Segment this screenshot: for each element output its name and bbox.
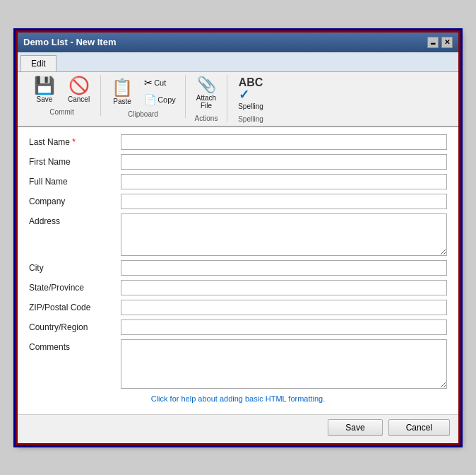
country-input[interactable] xyxy=(121,319,447,335)
required-indicator: * xyxy=(72,137,76,147)
first-name-input[interactable] xyxy=(121,154,447,170)
clipboard-items: 📋 Paste ✂ Cut 📄 Copy xyxy=(107,75,179,109)
copy-label: Copy xyxy=(157,95,176,104)
attach-label: AttachFile xyxy=(196,94,216,110)
save-icon: 💾 xyxy=(34,77,55,94)
zip-label: ZIP/Postal Code xyxy=(29,300,121,312)
form-row-full-name: Full Name xyxy=(29,174,447,189)
attach-icon: 📎 xyxy=(197,77,216,93)
full-name-label: Full Name xyxy=(29,174,121,187)
state-input[interactable] xyxy=(121,280,447,295)
comments-textarea[interactable] xyxy=(121,339,447,389)
form-row-last-name: Last Name * xyxy=(29,134,447,150)
ribbon-group-commit: 💾 Save 🚫 Cancel Commit xyxy=(23,75,101,116)
window-title: Demo List - New Item xyxy=(23,37,116,47)
titlebar: Demo List - New Item 🗕 ✕ xyxy=(18,33,458,52)
html-help-link[interactable]: Click for help about adding basic HTML f… xyxy=(29,393,447,407)
commit-group-label: Commit xyxy=(49,108,73,116)
address-textarea[interactable] xyxy=(121,213,447,256)
country-label: Country/Region xyxy=(29,319,121,332)
ribbon-group-spelling: ABC✓ Spelling Spelling xyxy=(227,75,274,123)
paste-label: Paste xyxy=(113,98,131,105)
form-row-address: Address xyxy=(29,213,447,256)
attach-file-button[interactable]: 📎 AttachFile xyxy=(191,75,221,112)
copy-icon: 📄 xyxy=(144,94,156,105)
cancel-label: Cancel xyxy=(68,95,90,103)
zip-input[interactable] xyxy=(121,300,447,315)
form-row-state: State/Province xyxy=(29,280,447,295)
full-name-input[interactable] xyxy=(121,174,447,189)
ribbon-group-actions: 📎 AttachFile Actions xyxy=(186,75,227,122)
footer-save-button[interactable]: Save xyxy=(328,419,382,436)
city-label: City xyxy=(29,260,121,273)
paste-icon: 📋 xyxy=(112,79,133,96)
dialog-window: Demo List - New Item 🗕 ✕ Edit 💾 Save 🚫 C… xyxy=(16,30,460,445)
last-name-label: Last Name * xyxy=(29,134,121,147)
cut-icon: ✂ xyxy=(144,77,153,88)
save-ribbon-button[interactable]: 💾 Save xyxy=(29,75,60,105)
actions-group-label: Actions xyxy=(195,115,218,122)
form-row-company: Company xyxy=(29,194,447,209)
first-name-label: First Name xyxy=(29,154,121,167)
company-label: Company xyxy=(29,194,121,206)
cancel-icon: 🚫 xyxy=(69,77,90,94)
spelling-group-label: Spelling xyxy=(238,115,263,123)
spelling-icon: ABC✓ xyxy=(239,77,263,101)
titlebar-controls: 🗕 ✕ xyxy=(427,37,453,48)
form-row-first-name: First Name xyxy=(29,154,447,170)
spelling-items: ABC✓ Spelling xyxy=(233,75,268,114)
form-area: Last Name * First Name Full Name Company… xyxy=(18,127,458,414)
ribbon-tabs: Edit xyxy=(18,52,458,72)
footer-cancel-button[interactable]: Cancel xyxy=(388,419,450,436)
ribbon-group-clipboard: 📋 Paste ✂ Cut 📄 Copy Clipboard xyxy=(101,75,186,118)
last-name-input[interactable] xyxy=(121,134,447,150)
cut-button[interactable]: ✂ Cut xyxy=(141,75,179,90)
footer: Save Cancel xyxy=(18,414,458,443)
cancel-ribbon-button[interactable]: 🚫 Cancel xyxy=(63,75,95,105)
clipboard-group-label: Clipboard xyxy=(128,110,158,118)
company-input[interactable] xyxy=(121,194,447,209)
actions-items: 📎 AttachFile xyxy=(191,75,221,113)
cut-copy-group: ✂ Cut 📄 Copy xyxy=(141,75,179,107)
cut-label: Cut xyxy=(154,78,166,87)
commit-items: 💾 Save 🚫 Cancel xyxy=(29,75,95,107)
form-row-country: Country/Region xyxy=(29,319,447,335)
close-button[interactable]: ✕ xyxy=(441,37,453,48)
form-row-city: City xyxy=(29,260,447,276)
paste-button[interactable]: 📋 Paste xyxy=(107,77,138,107)
spelling-button[interactable]: ABC✓ Spelling xyxy=(233,75,268,112)
form-row-zip: ZIP/Postal Code xyxy=(29,300,447,315)
copy-button[interactable]: 📄 Copy xyxy=(141,92,179,107)
ribbon: 💾 Save 🚫 Cancel Commit 📋 Paste ✂ xyxy=(18,72,458,127)
spelling-label: Spelling xyxy=(238,102,263,110)
address-label: Address xyxy=(29,213,121,226)
tab-edit[interactable]: Edit xyxy=(20,55,56,71)
city-input[interactable] xyxy=(121,260,447,276)
state-label: State/Province xyxy=(29,280,121,293)
minimize-button[interactable]: 🗕 xyxy=(427,37,439,48)
comments-label: Comments xyxy=(29,339,121,352)
form-row-comments: Comments xyxy=(29,339,447,389)
save-label: Save xyxy=(37,95,53,103)
